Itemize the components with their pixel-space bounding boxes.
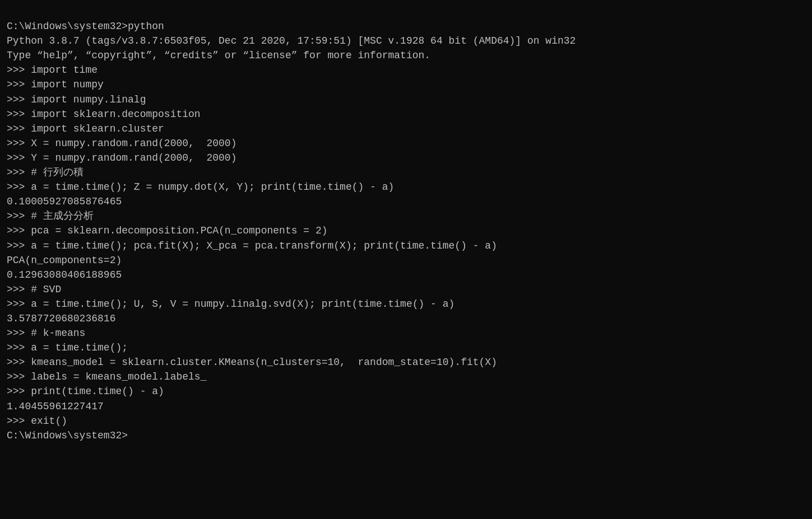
terminal-line: >>> import numpy.linalg (7, 92, 805, 107)
terminal-line: >>> # 行列の積 (7, 165, 805, 180)
terminal-line: >>> a = time.time(); (7, 340, 805, 355)
terminal-line: >>> import numpy (7, 77, 805, 92)
terminal-line: >>> # k-means (7, 326, 805, 340)
terminal-line: 3.5787720680236816 (7, 311, 805, 326)
terminal-line: C:\Windows\system32>python (7, 19, 805, 34)
terminal-line: >>> Y = numpy.random.rand(2000, 2000) (7, 151, 805, 165)
terminal-line: Type “help”, “copyright”, “credits” or “… (7, 48, 805, 63)
terminal-line: PCA(n_components=2) (7, 253, 805, 268)
terminal-line: >>> labels = kmeans_model.labels_ (7, 370, 805, 384)
terminal-line: >>> import sklearn.cluster (7, 121, 805, 136)
terminal-line: >>> import sklearn.decomposition (7, 107, 805, 121)
terminal-line: >>> a = time.time(); U, S, V = numpy.lin… (7, 297, 805, 311)
terminal-line: >>> import time (7, 63, 805, 77)
terminal-line: C:\Windows\system32> (7, 428, 805, 443)
terminal-line: >>> kmeans_model = sklearn.cluster.KMean… (7, 355, 805, 370)
terminal-line: 0.12963080406188965 (7, 268, 805, 282)
terminal-line: 1.40455961227417 (7, 399, 805, 414)
terminal-line: >>> exit() (7, 414, 805, 428)
terminal-line: >>> X = numpy.random.rand(2000, 2000) (7, 136, 805, 151)
terminal-line: >>> pca = sklearn.decomposition.PCA(n_co… (7, 223, 805, 238)
terminal-line: >>> # 主成分分析 (7, 209, 805, 223)
terminal-line: >>> a = time.time(); pca.fit(X); X_pca =… (7, 239, 805, 253)
terminal-line: >>> # SVD (7, 282, 805, 297)
terminal-window[interactable]: C:\Windows\system32>pythonPython 3.8.7 (… (0, 0, 812, 519)
terminal-line: >>> print(time.time() - a) (7, 384, 805, 399)
terminal-line: Python 3.8.7 (tags/v3.8.7:6503f05, Dec 2… (7, 34, 805, 48)
terminal-line: 0.10005927085876465 (7, 194, 805, 209)
terminal-line: >>> a = time.time(); Z = numpy.dot(X, Y)… (7, 180, 805, 194)
